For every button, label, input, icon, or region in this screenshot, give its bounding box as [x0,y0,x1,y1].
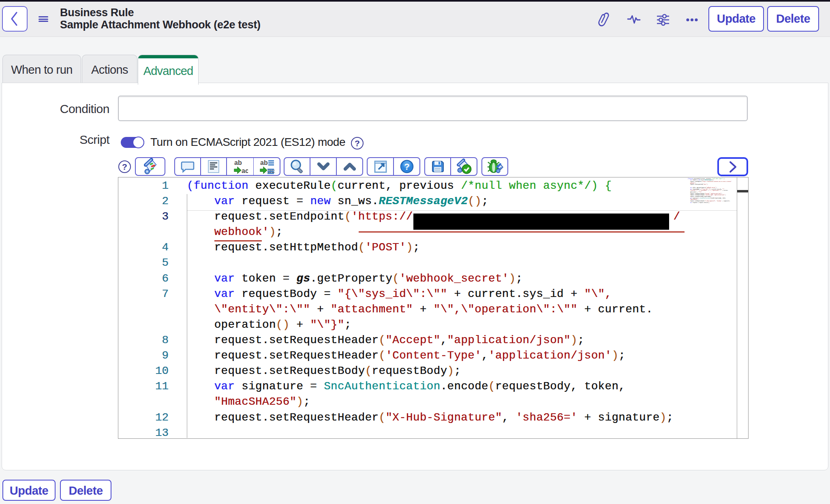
svg-text:ab: ab [260,159,268,166]
svg-text:?: ? [404,162,409,172]
svg-text:ac: ac [242,167,248,174]
svg-text:ab: ab [234,159,242,166]
